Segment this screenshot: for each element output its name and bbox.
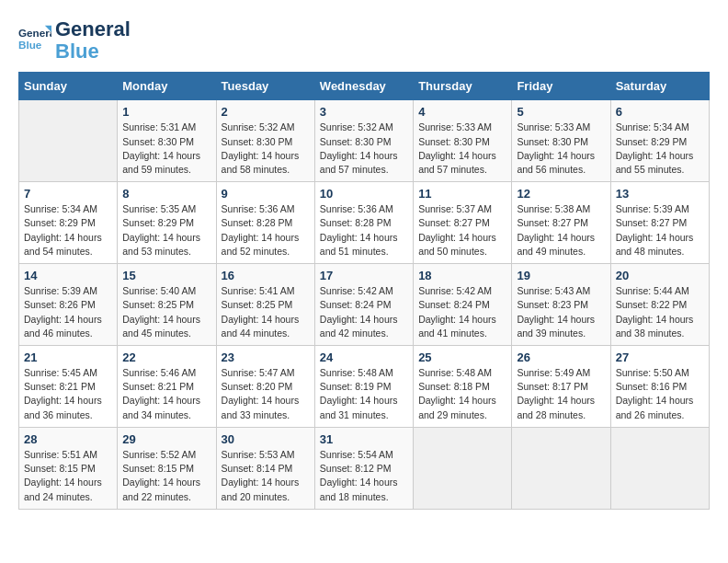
day-info: Sunrise: 5:54 AM Sunset: 8:12 PM Dayligh… bbox=[320, 448, 408, 504]
day-info: Sunrise: 5:48 AM Sunset: 8:18 PM Dayligh… bbox=[418, 366, 506, 422]
day-number: 15 bbox=[122, 269, 210, 282]
day-number: 31 bbox=[320, 432, 408, 446]
page-header: General Blue General Blue bbox=[18, 18, 710, 63]
calendar-cell: 13Sunrise: 5:39 AM Sunset: 8:27 PM Dayli… bbox=[610, 182, 709, 264]
day-number: 24 bbox=[320, 350, 408, 364]
calendar-cell: 7Sunrise: 5:34 AM Sunset: 8:29 PM Daylig… bbox=[19, 182, 118, 264]
calendar-cell: 1Sunrise: 5:31 AM Sunset: 8:30 PM Daylig… bbox=[118, 100, 216, 182]
day-header-tuesday: Tuesday bbox=[216, 73, 314, 100]
calendar-cell: 24Sunrise: 5:48 AM Sunset: 8:19 PM Dayli… bbox=[314, 346, 413, 428]
day-info: Sunrise: 5:42 AM Sunset: 8:24 PM Dayligh… bbox=[418, 284, 506, 340]
calendar-cell: 3Sunrise: 5:32 AM Sunset: 8:30 PM Daylig… bbox=[314, 100, 413, 182]
calendar-cell: 20Sunrise: 5:44 AM Sunset: 8:22 PM Dayli… bbox=[610, 264, 709, 346]
day-info: Sunrise: 5:51 AM Sunset: 8:15 PM Dayligh… bbox=[24, 448, 112, 504]
day-header-thursday: Thursday bbox=[414, 73, 512, 100]
day-number: 1 bbox=[122, 105, 210, 119]
week-row-2: 7Sunrise: 5:34 AM Sunset: 8:29 PM Daylig… bbox=[19, 182, 710, 264]
day-number: 14 bbox=[24, 269, 112, 282]
calendar-cell: 18Sunrise: 5:42 AM Sunset: 8:24 PM Dayli… bbox=[414, 264, 512, 346]
day-number: 11 bbox=[418, 187, 506, 201]
day-info: Sunrise: 5:45 AM Sunset: 8:21 PM Dayligh… bbox=[24, 366, 112, 422]
day-number: 10 bbox=[320, 187, 408, 201]
day-number: 7 bbox=[24, 187, 112, 201]
svg-text:General: General bbox=[18, 28, 51, 40]
day-info: Sunrise: 5:38 AM Sunset: 8:27 PM Dayligh… bbox=[517, 202, 605, 259]
day-number: 28 bbox=[24, 432, 112, 446]
calendar-cell: 26Sunrise: 5:49 AM Sunset: 8:17 PM Dayli… bbox=[512, 346, 610, 428]
day-number: 20 bbox=[616, 269, 704, 282]
day-number: 26 bbox=[517, 350, 605, 364]
day-number: 18 bbox=[418, 269, 506, 282]
day-info: Sunrise: 5:32 AM Sunset: 8:30 PM Dayligh… bbox=[320, 121, 408, 177]
calendar-cell: 2Sunrise: 5:32 AM Sunset: 8:30 PM Daylig… bbox=[216, 100, 314, 182]
calendar-cell: 30Sunrise: 5:53 AM Sunset: 8:14 PM Dayli… bbox=[216, 427, 314, 509]
day-number: 4 bbox=[418, 105, 506, 119]
day-number: 22 bbox=[122, 350, 210, 364]
calendar-cell: 17Sunrise: 5:42 AM Sunset: 8:24 PM Dayli… bbox=[314, 264, 413, 346]
calendar-cell: 27Sunrise: 5:50 AM Sunset: 8:16 PM Dayli… bbox=[610, 346, 709, 428]
day-info: Sunrise: 5:37 AM Sunset: 8:27 PM Dayligh… bbox=[418, 202, 506, 259]
day-number: 12 bbox=[517, 187, 605, 201]
calendar-cell: 12Sunrise: 5:38 AM Sunset: 8:27 PM Dayli… bbox=[512, 182, 610, 264]
calendar-cell: 9Sunrise: 5:36 AM Sunset: 8:28 PM Daylig… bbox=[216, 182, 314, 264]
day-number: 19 bbox=[517, 269, 605, 282]
day-info: Sunrise: 5:48 AM Sunset: 8:19 PM Dayligh… bbox=[320, 366, 408, 422]
calendar-cell: 10Sunrise: 5:36 AM Sunset: 8:28 PM Dayli… bbox=[314, 182, 413, 264]
calendar-cell: 14Sunrise: 5:39 AM Sunset: 8:26 PM Dayli… bbox=[19, 264, 118, 346]
day-header-monday: Monday bbox=[118, 73, 216, 100]
day-info: Sunrise: 5:53 AM Sunset: 8:14 PM Dayligh… bbox=[222, 448, 310, 504]
day-number: 27 bbox=[616, 350, 704, 364]
calendar-cell: 15Sunrise: 5:40 AM Sunset: 8:25 PM Dayli… bbox=[118, 264, 216, 346]
day-info: Sunrise: 5:34 AM Sunset: 8:29 PM Dayligh… bbox=[616, 121, 704, 177]
calendar-cell: 19Sunrise: 5:43 AM Sunset: 8:23 PM Dayli… bbox=[512, 264, 610, 346]
calendar-cell bbox=[610, 427, 709, 509]
day-info: Sunrise: 5:34 AM Sunset: 8:29 PM Dayligh… bbox=[24, 202, 112, 259]
day-info: Sunrise: 5:31 AM Sunset: 8:30 PM Dayligh… bbox=[122, 121, 210, 177]
calendar-cell: 23Sunrise: 5:47 AM Sunset: 8:20 PM Dayli… bbox=[216, 346, 314, 428]
day-info: Sunrise: 5:33 AM Sunset: 8:30 PM Dayligh… bbox=[517, 121, 605, 177]
day-info: Sunrise: 5:43 AM Sunset: 8:23 PM Dayligh… bbox=[517, 284, 605, 340]
logo-icon: General Blue bbox=[18, 24, 51, 57]
day-info: Sunrise: 5:39 AM Sunset: 8:27 PM Dayligh… bbox=[616, 202, 704, 259]
day-info: Sunrise: 5:47 AM Sunset: 8:20 PM Dayligh… bbox=[222, 366, 310, 422]
day-number: 23 bbox=[222, 350, 310, 364]
day-info: Sunrise: 5:42 AM Sunset: 8:24 PM Dayligh… bbox=[320, 284, 408, 340]
week-row-4: 21Sunrise: 5:45 AM Sunset: 8:21 PM Dayli… bbox=[19, 346, 710, 428]
day-info: Sunrise: 5:50 AM Sunset: 8:16 PM Dayligh… bbox=[616, 366, 704, 422]
day-header-friday: Friday bbox=[512, 73, 610, 100]
day-info: Sunrise: 5:46 AM Sunset: 8:21 PM Dayligh… bbox=[122, 366, 210, 422]
calendar-cell: 16Sunrise: 5:41 AM Sunset: 8:25 PM Dayli… bbox=[216, 264, 314, 346]
calendar-cell bbox=[512, 427, 610, 509]
day-number: 30 bbox=[222, 432, 310, 446]
calendar-cell: 11Sunrise: 5:37 AM Sunset: 8:27 PM Dayli… bbox=[414, 182, 512, 264]
day-info: Sunrise: 5:44 AM Sunset: 8:22 PM Dayligh… bbox=[616, 284, 704, 340]
day-header-sunday: Sunday bbox=[19, 73, 118, 100]
day-number: 2 bbox=[222, 105, 310, 119]
calendar-table: SundayMondayTuesdayWednesdayThursdayFrid… bbox=[18, 72, 710, 509]
day-header-saturday: Saturday bbox=[610, 73, 709, 100]
day-header-wednesday: Wednesday bbox=[314, 73, 413, 100]
day-info: Sunrise: 5:49 AM Sunset: 8:17 PM Dayligh… bbox=[517, 366, 605, 422]
day-number: 29 bbox=[122, 432, 210, 446]
day-info: Sunrise: 5:35 AM Sunset: 8:29 PM Dayligh… bbox=[122, 202, 210, 259]
calendar-cell: 29Sunrise: 5:52 AM Sunset: 8:15 PM Dayli… bbox=[118, 427, 216, 509]
svg-text:Blue: Blue bbox=[18, 39, 42, 51]
day-number: 6 bbox=[616, 105, 704, 119]
logo: General Blue General Blue bbox=[18, 18, 131, 63]
calendar-cell: 4Sunrise: 5:33 AM Sunset: 8:30 PM Daylig… bbox=[414, 100, 512, 182]
day-number: 8 bbox=[122, 187, 210, 201]
day-number: 17 bbox=[320, 269, 408, 282]
day-number: 9 bbox=[222, 187, 310, 201]
calendar-cell: 22Sunrise: 5:46 AM Sunset: 8:21 PM Dayli… bbox=[118, 346, 216, 428]
day-info: Sunrise: 5:36 AM Sunset: 8:28 PM Dayligh… bbox=[222, 202, 310, 259]
logo-text: General Blue bbox=[55, 18, 131, 63]
day-number: 25 bbox=[418, 350, 506, 364]
day-number: 21 bbox=[24, 350, 112, 364]
header-row: SundayMondayTuesdayWednesdayThursdayFrid… bbox=[19, 73, 710, 100]
calendar-cell bbox=[414, 427, 512, 509]
week-row-5: 28Sunrise: 5:51 AM Sunset: 8:15 PM Dayli… bbox=[19, 427, 710, 509]
day-number: 13 bbox=[616, 187, 704, 201]
day-info: Sunrise: 5:52 AM Sunset: 8:15 PM Dayligh… bbox=[122, 448, 210, 504]
calendar-cell: 8Sunrise: 5:35 AM Sunset: 8:29 PM Daylig… bbox=[118, 182, 216, 264]
calendar-cell: 6Sunrise: 5:34 AM Sunset: 8:29 PM Daylig… bbox=[610, 100, 709, 182]
